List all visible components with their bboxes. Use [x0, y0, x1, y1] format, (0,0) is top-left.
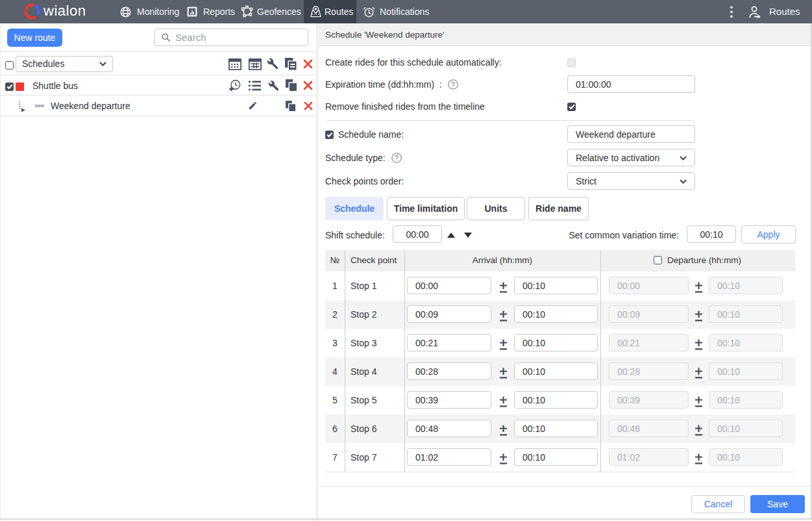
svg-text:?: ? [451, 81, 455, 88]
svg-text:?: ? [395, 154, 399, 162]
